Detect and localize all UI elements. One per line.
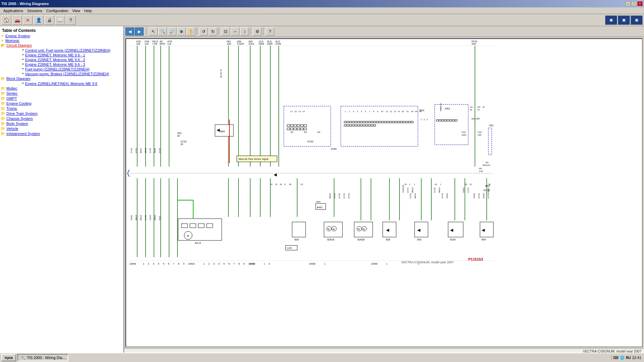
taskbar-app-1[interactable]: 🔧 TIS 2000 - Wiring Dia... <box>17 354 68 361</box>
menu-help[interactable]: Help <box>82 8 94 13</box>
toc-vehicle[interactable]: 📁 Vehicle <box>1 126 123 131</box>
svg-text:FP10: FP10 <box>472 40 477 43</box>
extra-btn-1[interactable]: ▣ <box>605 15 617 25</box>
nav-back-button[interactable]: ◀ <box>125 28 134 36</box>
toc-item-1-label[interactable]: Control unit, Fuel pump (Z28NEL/Z28NET/Z… <box>25 48 110 52</box>
toc-motronic-label[interactable]: Motronic <box>5 39 19 43</box>
menu-applications[interactable]: Applications <box>1 8 25 13</box>
toc-infotainment-label[interactable]: Infotainment System <box>6 132 40 136</box>
toc-vehicle-label[interactable]: Vehicle <box>6 127 18 131</box>
toc-block-diagram[interactable]: 📁 Block Diagram <box>1 76 123 81</box>
toc-item-3[interactable]: ● Engine Z28NET, Motronic ME 9.6 - 2 <box>1 57 123 62</box>
svg-text:XCS2: XCS2 <box>307 140 313 143</box>
toc-multec[interactable]: 📁 Multec <box>1 86 123 91</box>
svg-text:XE3: XE3 <box>177 132 181 134</box>
toc-multec-label[interactable]: Multec <box>6 86 17 90</box>
svg-text:95: 95 <box>289 183 291 185</box>
toc-engine-cooling-label[interactable]: Engine Cooling <box>6 101 32 105</box>
svg-rect-95 <box>304 125 307 127</box>
svg-text:GY35: GY35 <box>149 148 151 153</box>
toc-block-item-1-label[interactable]: Engine Z28NEL/NET/NEH, Motronic ME 9.6 <box>25 82 97 86</box>
stop-button[interactable]: ✕ <box>23 15 33 25</box>
settings-button[interactable]: ⚙ <box>253 28 262 36</box>
rotate-right-button[interactable]: ↻ <box>209 28 217 36</box>
svg-text:MN15: MN15 <box>145 147 147 153</box>
toc-item-2[interactable]: ● Engine Z28NET, Motronic ME 9.6 - 1 <box>1 53 123 57</box>
help-diag-button[interactable]: ? <box>266 28 274 36</box>
hand-tool-button[interactable]: ✋ <box>186 28 195 36</box>
toc-engine-system-label[interactable]: Engine System <box>5 34 30 38</box>
toc-engine-system[interactable]: ▼ Engine System <box>1 34 123 38</box>
fit-height-button[interactable]: ↕ <box>240 28 249 36</box>
toc-item-2-label[interactable]: Engine Z28NET, Motronic ME 9.6 - 1 <box>25 53 85 57</box>
toc-body[interactable]: 📁 Body System <box>1 121 123 126</box>
svg-text:M: M <box>333 228 335 230</box>
toc-simtec-label[interactable]: Simtec <box>6 91 18 95</box>
svg-text:X4: X4 <box>304 131 307 133</box>
toc-block-diagram-label[interactable]: Block Diagram <box>6 77 31 81</box>
svg-text:1: 1 <box>440 183 441 185</box>
toc-chassis[interactable]: 📁 Chassis System <box>1 116 123 121</box>
help-button[interactable]: ? <box>66 15 76 25</box>
toc-item-5-label[interactable]: Fuel pump (Z28NEL/Z28NET/Z28NEH) <box>25 67 90 71</box>
fit-page-button[interactable]: ⊡ <box>221 28 230 36</box>
zoom-in-button[interactable]: ⊕ <box>177 28 186 36</box>
toc-trionic[interactable]: 📁 Trionic <box>1 106 123 111</box>
person-button[interactable]: 👤 <box>34 15 44 25</box>
diagram-area[interactable]: GTA 128 GTA 123 FE12 7.5A AC 9P01 GTA 11… <box>125 38 643 347</box>
svg-rect-129 <box>344 125 346 126</box>
menu-view[interactable]: View <box>70 8 82 13</box>
print-button[interactable]: 🖨 <box>44 15 54 25</box>
folder-closed-icon3: 📁 <box>1 91 5 96</box>
toc-body-label[interactable]: Body System <box>6 122 28 126</box>
svg-text:B150: B150 <box>450 238 455 241</box>
toc-item-4-label[interactable]: Engine Z28NET, Motronic ME 9.6 - 3 <box>25 62 85 66</box>
toc-block-item-1[interactable]: ● Engine Z28NEL/NET/NEH, Motronic ME 9.6 <box>1 81 123 86</box>
toc-circuit-diagram[interactable]: 📂 Circuit Diagram <box>1 43 123 48</box>
cursor-tool-button[interactable]: ↖ <box>149 28 158 36</box>
nav-forward-button[interactable]: ▶ <box>135 28 144 36</box>
toc-item-6[interactable]: ● Vacuum pump, Brakes (Z28NEL/Z28NET/Z28… <box>1 72 123 76</box>
toc-motronic[interactable]: ▼ Motronic <box>1 38 123 43</box>
toc-gmpt-label[interactable]: GMPT <box>6 96 17 100</box>
toc-circuit-diagram-label[interactable]: Circuit Diagram <box>6 43 32 47</box>
toc-drivetrain-label[interactable]: Drive Train System <box>6 111 38 116</box>
toc-engine-cooling[interactable]: 📁 Engine Cooling <box>1 101 123 106</box>
svg-text:RN: RN <box>486 162 489 164</box>
svg-text:GY15: GY15 <box>410 193 412 198</box>
toc-item-6-label[interactable]: Vacuum pump, Brakes (Z28NEL/Z28NET/Z28NE… <box>25 72 109 76</box>
toc-trionic-label[interactable]: Trionic <box>6 106 17 110</box>
svg-rect-96 <box>287 128 290 130</box>
book-button[interactable]: 📖 <box>55 15 65 25</box>
menu-configuration[interactable]: Configuration <box>44 8 70 13</box>
maximize-button[interactable]: □ <box>631 1 637 6</box>
toc-item-3-label[interactable]: Engine Z28NET, Motronic ME 9.6 - 2 <box>25 58 85 62</box>
svg-rect-117 <box>382 121 384 123</box>
extra-btn-2[interactable]: ▣ <box>618 15 630 25</box>
home-button[interactable]: 🏠 <box>1 15 11 25</box>
svg-text:XR2: XR2 <box>445 107 450 110</box>
rotate-left-button[interactable]: ↺ <box>199 28 208 36</box>
toolbar-separator-4 <box>250 28 252 35</box>
extra-btn-3[interactable]: ▣ <box>631 15 643 25</box>
toc-item-5[interactable]: ● Fuel pump (Z28NEL/Z28NET/Z28NEH) <box>1 67 123 72</box>
svg-rect-123 <box>398 121 400 123</box>
svg-text:10410: 10410 <box>188 263 195 265</box>
fit-width-button[interactable]: ↔ <box>231 28 239 36</box>
close-button[interactable]: ✕ <box>637 1 643 6</box>
toc-item-1[interactable]: ● Control unit, Fuel pump (Z28NEL/Z28NET… <box>1 48 123 53</box>
toc-gmpt[interactable]: 📁 GMPT <box>1 96 123 101</box>
minimize-button[interactable]: ― <box>625 1 631 6</box>
menu-sessions[interactable]: Sessions <box>25 8 44 13</box>
car-button[interactable]: 🚗 <box>12 15 22 25</box>
search-tool-button[interactable]: 🔍 <box>158 28 167 36</box>
toc-drivetrain[interactable]: 📁 Drive Train System <box>1 111 123 116</box>
toc-item-4[interactable]: ● Engine Z28NET, Motronic ME 9.6 - 3 <box>1 62 123 67</box>
folder-open-icon: 📂 <box>1 43 5 48</box>
search2-tool-button[interactable]: 🔎 <box>168 28 176 36</box>
toc-infotainment[interactable]: 📁 Infotainment System <box>1 131 123 136</box>
start-button[interactable]: пуск <box>1 354 16 361</box>
toc-simtec[interactable]: 📁 Simtec <box>1 91 123 96</box>
svg-text:67: 67 <box>478 109 480 111</box>
toc-chassis-label[interactable]: Chassis System <box>6 117 33 121</box>
